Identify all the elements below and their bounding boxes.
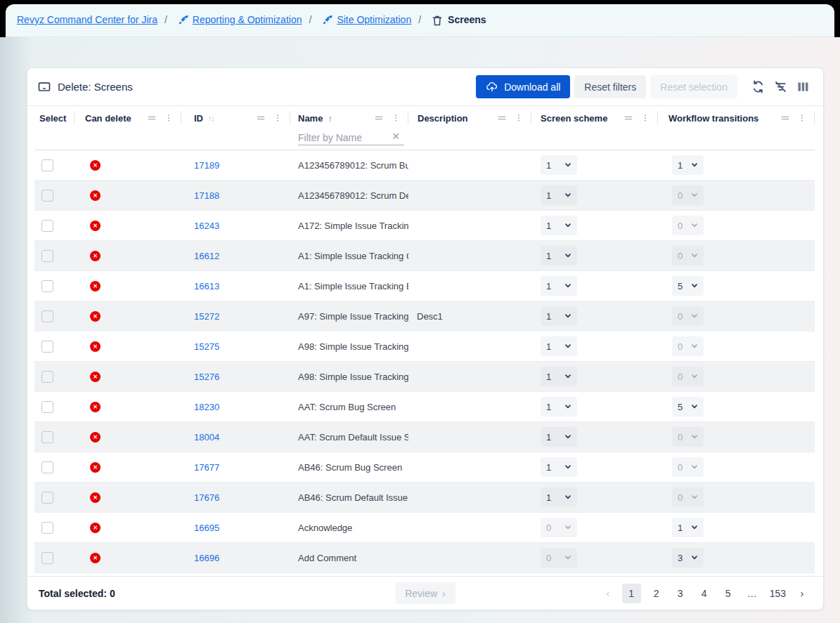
column-menu-icon[interactable] [797, 112, 807, 124]
workflow-transitions-dropdown[interactable]: 5 [672, 276, 704, 296]
filter-lines-icon[interactable] [373, 112, 385, 124]
workflow-transitions-dropdown[interactable]: 0 [672, 487, 704, 507]
filter-lines-icon[interactable] [255, 112, 266, 124]
reset-filters-button[interactable]: Reset filters [574, 75, 646, 98]
filter-off-button[interactable] [771, 78, 789, 96]
id-link[interactable]: 18004 [194, 432, 219, 442]
breadcrumb-item-site-optimization[interactable]: Site Optimization [337, 14, 411, 25]
column-header-can-delete[interactable]: Can delete [75, 106, 181, 130]
row-checkbox[interactable] [41, 220, 53, 232]
refresh-button[interactable] [749, 78, 767, 96]
cannot-delete-icon: ✕ [90, 311, 101, 322]
column-menu-icon[interactable] [640, 112, 650, 124]
download-all-button[interactable]: Download all [476, 75, 570, 98]
id-link[interactable]: 18230 [194, 402, 219, 412]
filter-off-icon [773, 79, 788, 94]
id-link[interactable]: 16243 [194, 221, 219, 231]
workflow-transitions-dropdown[interactable]: 0 [672, 185, 704, 205]
workflow-transitions-dropdown[interactable]: 0 [672, 457, 704, 477]
id-link[interactable]: 17676 [194, 492, 219, 503]
screen-name: A98: Simple Issue Tracking C [298, 341, 408, 352]
column-header-name[interactable]: Name↑ [290, 106, 408, 130]
screen-scheme-dropdown[interactable]: 1 [541, 306, 577, 326]
id-link[interactable]: 17188 [194, 190, 219, 201]
name-filter-input[interactable] [298, 130, 404, 145]
row-checkbox[interactable] [41, 461, 53, 473]
row-checkbox[interactable] [41, 492, 53, 504]
workflow-transitions-dropdown[interactable]: 0 [672, 336, 704, 356]
workflow-transitions-dropdown[interactable]: 3 [672, 548, 704, 568]
screen-scheme-dropdown[interactable]: 1 [541, 427, 577, 447]
column-menu-icon[interactable] [514, 112, 524, 124]
chevron-down-icon [691, 252, 698, 259]
prev-page-button[interactable]: ‹ [601, 587, 615, 599]
screen-scheme-dropdown[interactable]: 1 [541, 367, 577, 386]
column-header-description[interactable]: Description [408, 106, 531, 130]
screen-scheme-dropdown[interactable]: 1 [541, 216, 577, 235]
screen-name: A1: Simple Issue Tracking C [298, 251, 408, 261]
id-link[interactable]: 15275 [194, 341, 219, 352]
screen-scheme-dropdown[interactable]: 1 [541, 185, 577, 205]
id-link[interactable]: 16613 [194, 281, 219, 291]
page-button-5[interactable]: 5 [720, 584, 737, 603]
workflow-transitions-dropdown[interactable]: 5 [672, 397, 704, 417]
column-header-workflow-transitions[interactable]: Workflow transitions [658, 106, 815, 130]
row-checkbox[interactable] [41, 431, 53, 443]
screen-scheme-dropdown[interactable]: 0 [541, 548, 577, 568]
column-header-id[interactable]: ID↑↓ [181, 106, 290, 130]
reset-selection-button[interactable]: Reset selection [650, 75, 737, 98]
workflow-transitions-dropdown[interactable]: 0 [672, 367, 704, 386]
id-link[interactable]: 16696 [194, 553, 219, 563]
screen-scheme-dropdown[interactable]: 1 [541, 276, 577, 296]
id-link[interactable]: 17189 [194, 160, 219, 171]
screen-scheme-dropdown[interactable]: 1 [541, 487, 577, 507]
workflow-transitions-dropdown[interactable]: 0 [672, 306, 704, 326]
row-checkbox[interactable] [41, 280, 53, 292]
clear-filter-icon[interactable]: ✕ [392, 131, 400, 142]
row-checkbox[interactable] [41, 159, 53, 171]
page-button-1[interactable]: 1 [622, 584, 641, 603]
id-link[interactable]: 16695 [194, 523, 219, 533]
column-menu-icon[interactable] [273, 112, 283, 124]
id-link[interactable]: 15276 [194, 372, 219, 382]
screen-scheme-dropdown[interactable]: 1 [541, 155, 577, 175]
page-button-153[interactable]: 153 [768, 584, 788, 603]
column-menu-icon[interactable] [164, 112, 174, 124]
page-button-4[interactable]: 4 [696, 584, 713, 603]
id-link[interactable]: 17677 [194, 462, 219, 473]
screen-scheme-dropdown[interactable]: 0 [541, 518, 577, 537]
workflow-transitions-dropdown[interactable]: 1 [672, 518, 704, 537]
review-button[interactable]: Review › [395, 582, 455, 604]
filter-lines-icon[interactable] [146, 112, 157, 124]
row-checkbox[interactable] [41, 250, 53, 262]
workflow-transitions-dropdown[interactable]: 1 [672, 155, 704, 175]
workflow-transitions-dropdown[interactable]: 0 [672, 216, 704, 235]
row-checkbox[interactable] [41, 190, 53, 202]
id-link[interactable]: 16612 [194, 251, 219, 261]
row-checkbox[interactable] [41, 522, 53, 534]
id-link[interactable]: 15272 [194, 311, 219, 322]
workflow-transitions-dropdown[interactable]: 0 [672, 427, 704, 447]
next-page-button[interactable]: › [795, 587, 809, 599]
row-checkbox[interactable] [41, 310, 53, 322]
row-checkbox[interactable] [41, 341, 53, 353]
screen-scheme-dropdown[interactable]: 1 [541, 397, 577, 417]
breadcrumb-item-revyz-command-center-for-jira[interactable]: Revyz Command Center for Jira [17, 14, 157, 25]
chevron-down-icon [691, 494, 698, 501]
screen-scheme-dropdown[interactable]: 1 [541, 457, 577, 477]
column-header-screen-scheme[interactable]: Screen scheme [531, 106, 658, 130]
page-button-2[interactable]: 2 [648, 584, 665, 603]
column-menu-icon[interactable] [391, 112, 401, 124]
columns-button[interactable] [794, 78, 812, 96]
filter-lines-icon[interactable] [623, 112, 634, 124]
filter-lines-icon[interactable] [496, 112, 508, 124]
breadcrumb-item-reporting-optimization[interactable]: Reporting & Optimization [193, 14, 302, 25]
page-button-3[interactable]: 3 [672, 584, 689, 603]
row-checkbox[interactable] [41, 401, 53, 413]
row-checkbox[interactable] [41, 552, 53, 564]
screen-scheme-dropdown[interactable]: 1 [541, 246, 577, 265]
workflow-transitions-dropdown[interactable]: 0 [672, 246, 704, 265]
screen-scheme-dropdown[interactable]: 1 [541, 336, 577, 356]
row-checkbox[interactable] [41, 371, 53, 383]
filter-lines-icon[interactable] [780, 112, 791, 124]
